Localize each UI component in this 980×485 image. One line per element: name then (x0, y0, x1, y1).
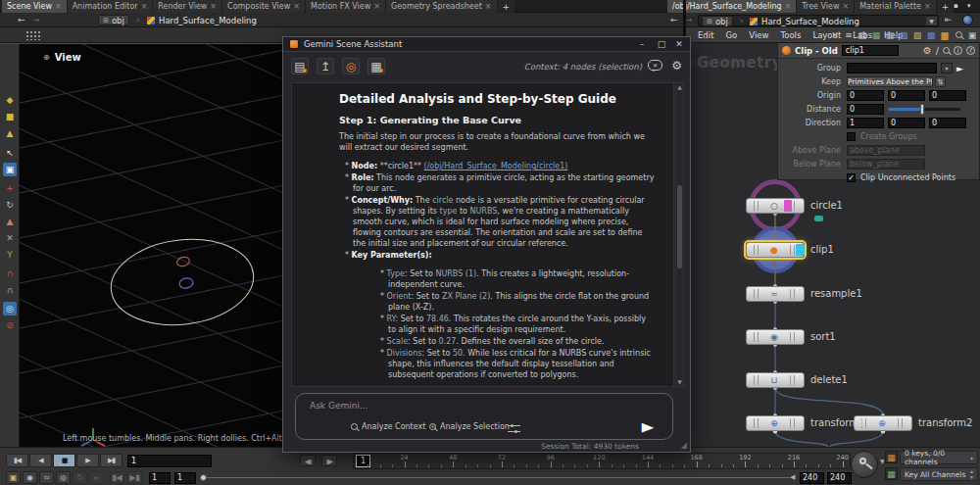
distance-field[interactable] (847, 104, 884, 115)
basket-icon[interactable]: ▆ (939, 28, 951, 41)
network-path-field[interactable]: ⊞obj › Hard_Surface_Modeling ▼ (698, 15, 939, 26)
key-options-dropdown-icon[interactable]: ▼ (880, 458, 885, 464)
context-chip-obj[interactable]: ⊞obj (98, 15, 129, 25)
grid-icon[interactable]: ▦ (884, 28, 896, 41)
select-tool-icon[interactable]: ↖ (3, 146, 17, 160)
close-tab-icon[interactable]: × (843, 2, 850, 11)
network-editor[interactable]: Indie Edition Geometry ○circle1●clip1≈r (686, 43, 980, 447)
rotate-tool-icon[interactable]: ↻ (3, 198, 17, 212)
content-scrollbar[interactable]: ▲ ▼ (675, 82, 684, 387)
range-slider[interactable] (204, 477, 790, 478)
info-icon[interactable]: i (954, 46, 962, 55)
jump-end-button[interactable]: ▶▮ (100, 454, 122, 467)
node-name-field[interactable] (842, 45, 899, 56)
select-stepper-icon[interactable]: ⇅ (935, 76, 946, 87)
play-button[interactable]: ▶ (76, 454, 99, 467)
compass-icon[interactable] (962, 15, 973, 25)
range-end-field[interactable] (800, 472, 824, 484)
audio-icon[interactable]: ◉ (23, 471, 37, 484)
group-field[interactable] (847, 63, 937, 73)
search-icon[interactable] (953, 28, 964, 41)
menu-view[interactable]: View (743, 30, 774, 40)
select-from-viewport-icon[interactable]: ► (956, 64, 963, 73)
shelf-icon[interactable]: ≡ (843, 28, 855, 41)
timeline-ruler[interactable]: 1 24487296120144168192216240 (353, 453, 851, 469)
range-substart-field[interactable] (174, 472, 196, 484)
analyze-context-button[interactable]: Analyze Context (351, 422, 425, 431)
new-report-icon[interactable]: ▤ (291, 58, 309, 74)
forward-arrow-icon[interactable]: → (32, 15, 40, 24)
set-key-button[interactable] (851, 451, 878, 478)
move-tool-icon[interactable]: + (3, 181, 17, 195)
node-display-flag[interactable] (796, 244, 805, 256)
channel-panel-icon[interactable]: ▦ (885, 467, 898, 480)
node-path-link[interactable]: (/obj/Hard_Surface_Modeling/circle1) (424, 162, 568, 170)
origin-field-2[interactable] (929, 90, 966, 101)
pane-menu-icon[interactable]: ▾ (967, 2, 971, 10)
net-current-node-path[interactable]: Hard_Surface_Modeling (750, 17, 859, 26)
dialog-titlebar[interactable]: Gemini Scene Assistant – □ ✕ (283, 37, 690, 52)
disable-snap-icon[interactable]: ⊘ (3, 318, 17, 332)
below-plane-field[interactable] (847, 159, 925, 170)
direction-field-0[interactable] (847, 118, 884, 128)
context-target-icon[interactable]: ◎ (342, 58, 360, 74)
gear-icon[interactable]: ⚙ (923, 46, 932, 56)
paint-panel-icon[interactable]: ▩ (925, 28, 937, 41)
step-icon[interactable]: ▸ (89, 471, 104, 484)
tab-composite-view[interactable]: Composite View× (222, 0, 305, 13)
slider-handle[interactable] (920, 104, 924, 115)
objects-tool-icon[interactable]: ■ (3, 110, 17, 123)
checkbox-create-groups[interactable] (847, 132, 856, 141)
rig-tool-icon[interactable]: Y (3, 248, 17, 262)
resize-grip-icon[interactable]: ◢ (681, 441, 687, 450)
prompt-input-box[interactable]: Analyze Context +Analyze Selection ▶ (295, 393, 673, 440)
motion-icon[interactable]: ≈ (39, 471, 54, 484)
checkbox-clip-unconnected-points[interactable]: ✓ (847, 173, 856, 182)
scroll-down-icon[interactable]: ▼ (676, 378, 683, 386)
next-range-icon[interactable]: ▶▮ (127, 471, 142, 484)
close-tab-icon[interactable]: × (55, 2, 62, 11)
distance-slider[interactable] (888, 108, 960, 111)
stop-button[interactable]: ■ (53, 454, 75, 467)
menu-go[interactable]: Go (719, 30, 743, 40)
maximize-button[interactable]: □ (653, 37, 670, 52)
help-icon[interactable]: ? (966, 46, 975, 55)
node-resample1[interactable]: ≈ (746, 286, 805, 302)
close-tab-icon[interactable]: × (924, 2, 931, 11)
prev-key-button[interactable]: ◀▮ (300, 455, 316, 466)
origin-field-0[interactable] (847, 90, 884, 101)
range-slider-handle[interactable] (200, 474, 207, 481)
direction-field-1[interactable] (888, 118, 925, 128)
node-display-flag[interactable] (784, 200, 792, 212)
menu-edit[interactable]: Edit (692, 30, 719, 40)
color-grid-icon[interactable]: ▦ (870, 28, 882, 41)
group-dropdown-icon[interactable]: ▾ (941, 63, 953, 73)
close-tab-icon[interactable]: × (293, 2, 300, 11)
clear-chat-icon[interactable]: ✕ (648, 60, 662, 71)
scroll-up-icon[interactable]: ▲ (676, 83, 683, 91)
close-button[interactable]: ✕ (670, 37, 688, 52)
origin-field-1[interactable] (888, 90, 925, 101)
close-tab-icon[interactable]: × (210, 2, 217, 11)
prev-range-icon[interactable]: ▮◀ (110, 471, 124, 484)
next-key-button[interactable]: ▮▶ (321, 455, 337, 466)
close-tab-icon[interactable]: × (373, 2, 380, 11)
snap-grid-icon[interactable]: ∩ (3, 283, 17, 297)
pose-tool-icon[interactable]: ✕ (3, 231, 17, 245)
node-circle1[interactable]: ○ (746, 198, 805, 214)
net-forward-arrow-icon[interactable]: → (685, 15, 693, 24)
analyze-selection-button[interactable]: +Analyze Selection (429, 422, 510, 431)
secure-selection-icon[interactable]: ▣ (3, 163, 17, 176)
send-button[interactable]: ▶ (632, 417, 664, 437)
tab-scene-view[interactable]: Scene View× (2, 0, 67, 13)
close-tab-icon[interactable]: × (785, 2, 792, 11)
render-icon[interactable]: ▣ (6, 471, 21, 484)
tab-motion-fx-view[interactable]: Motion FX View× (306, 0, 385, 13)
keep-select[interactable]: Primitives Above the Plane (847, 76, 933, 87)
above-plane-field[interactable] (847, 145, 925, 156)
handles-tool-icon[interactable]: ◆ (3, 93, 17, 107)
display-icon[interactable]: ▣ (966, 28, 978, 41)
pin-pane-icon[interactable]: ⇤ (945, 15, 953, 24)
keys-summary-dropdown[interactable]: 0 keys, 0/0 channels▴ (900, 451, 978, 464)
notes-icon[interactable]: ▨ (911, 28, 923, 41)
